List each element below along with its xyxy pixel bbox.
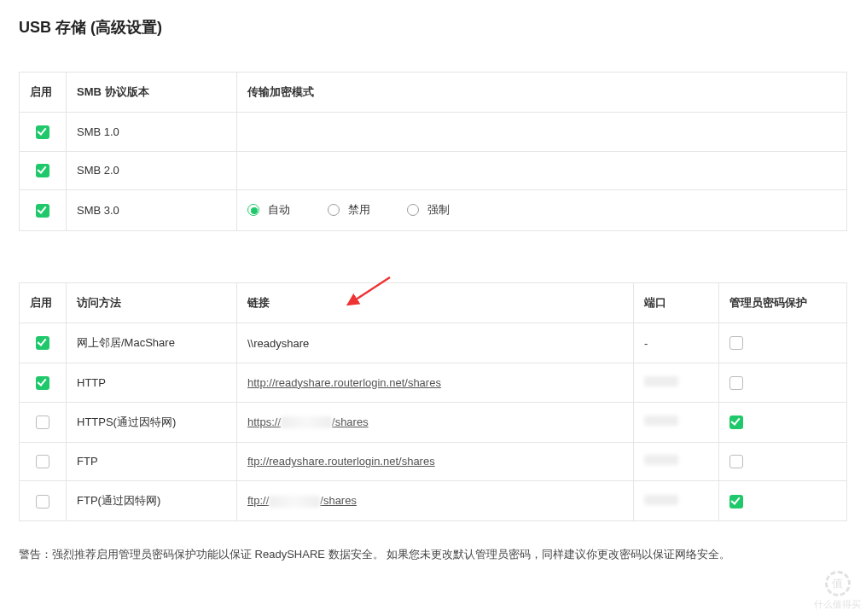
admin-protect-cell — [719, 481, 847, 521]
admin-protect-cell — [719, 442, 847, 481]
admin-protect-checkbox[interactable] — [729, 376, 743, 390]
access-method: 网上邻居/MacShare — [67, 323, 237, 363]
access-port — [634, 363, 719, 403]
watermark: 值 什么值得买 — [814, 571, 861, 579]
access-link[interactable]: https:///shares — [247, 416, 369, 428]
access-link[interactable]: http://readyshare.routerlogin.net/shares — [247, 376, 441, 389]
smb-head-crypt: 传输加密模式 — [237, 73, 847, 113]
page-title: USB 存储 (高级设置) — [19, 17, 847, 38]
redacted-text — [281, 416, 332, 428]
smb-row: SMB 3.0 自动 禁用 强制 — [20, 190, 847, 231]
warning-text: 警告：强烈推荐启用管理员密码保护功能以保证 ReadySHARE 数据安全。 如… — [19, 547, 847, 562]
redacted-text — [644, 455, 678, 465]
enable-checkbox[interactable] — [36, 455, 49, 468]
access-table: 启用 访问方法 链接 端口 管理员密码保护 网上邻居/MacShare\\rea… — [19, 282, 847, 521]
crypt-radio-auto[interactable]: 自动 — [247, 202, 290, 218]
enable-checkbox[interactable] — [36, 336, 49, 350]
access-row: HTTPS(通过因特网)https:///shares — [20, 402, 847, 442]
access-link[interactable]: ftp:///shares — [247, 494, 357, 507]
access-row: FTPftp://readyshare.routerlogin.net/shar… — [20, 442, 847, 481]
access-head-link: 链接 — [237, 283, 634, 323]
access-head-method: 访问方法 — [67, 283, 237, 323]
redacted-text — [644, 495, 678, 505]
access-link-cell: http://readyshare.routerlogin.net/shares — [237, 363, 634, 403]
admin-protect-cell — [719, 363, 847, 403]
redacted-text — [269, 496, 320, 508]
smb-row: SMB 1.0 — [20, 113, 847, 152]
access-method: FTP — [67, 442, 237, 481]
access-method: FTP(通过因特网) — [67, 481, 237, 521]
smb-version: SMB 2.0 — [67, 151, 237, 190]
smb-row: SMB 2.0 — [20, 151, 847, 190]
enable-checkbox[interactable] — [36, 495, 49, 508]
smb-crypt-cell: 自动 禁用 强制 — [237, 190, 847, 231]
access-row: 网上邻居/MacShare\\readyshare- — [20, 323, 847, 363]
access-row: FTP(通过因特网)ftp:///shares — [20, 481, 847, 521]
admin-protect-cell — [719, 402, 847, 442]
admin-protect-checkbox[interactable] — [729, 495, 743, 508]
admin-protect-checkbox[interactable] — [729, 336, 743, 350]
access-port — [634, 402, 719, 442]
admin-protect-checkbox[interactable] — [729, 455, 743, 468]
smb-crypt-cell — [237, 151, 847, 190]
access-head-port: 端口 — [634, 283, 719, 323]
crypt-radio-disable[interactable]: 禁用 — [328, 202, 370, 218]
smb-table: 启用 SMB 协议版本 传输加密模式 SMB 1.0 SMB 2.0 SMB 3… — [19, 72, 847, 231]
smb-crypt-cell — [237, 113, 847, 152]
access-link-cell: https:///shares — [237, 402, 634, 442]
smb-version: SMB 3.0 — [67, 190, 237, 231]
access-head-admin: 管理员密码保护 — [719, 283, 847, 323]
admin-protect-checkbox[interactable] — [729, 416, 743, 429]
enable-checkbox[interactable] — [36, 164, 49, 177]
radio-icon — [328, 204, 340, 216]
access-port: - — [634, 323, 719, 363]
access-port — [634, 481, 719, 521]
access-method: HTTPS(通过因特网) — [67, 402, 237, 442]
access-link[interactable]: ftp://readyshare.routerlogin.net/shares — [247, 455, 435, 468]
access-method: HTTP — [67, 363, 237, 403]
smb-head-version: SMB 协议版本 — [67, 73, 237, 113]
smb-head-enable: 启用 — [20, 73, 67, 113]
enable-checkbox[interactable] — [36, 125, 49, 139]
admin-protect-cell — [719, 323, 847, 363]
radio-icon — [407, 204, 419, 216]
radio-icon — [247, 204, 259, 216]
crypt-radio-force[interactable]: 强制 — [407, 202, 450, 218]
redacted-text — [644, 416, 678, 426]
access-link-cell: ftp://readyshare.routerlogin.net/shares — [237, 442, 634, 481]
access-link-cell: \\readyshare — [237, 323, 634, 363]
access-row: HTTPhttp://readyshare.routerlogin.net/sh… — [20, 363, 847, 403]
smb-version: SMB 1.0 — [67, 113, 237, 152]
access-head-enable: 启用 — [20, 283, 67, 323]
access-link-cell: ftp:///shares — [237, 481, 634, 521]
enable-checkbox[interactable] — [36, 204, 49, 218]
enable-checkbox[interactable] — [36, 376, 49, 390]
enable-checkbox[interactable] — [36, 416, 49, 429]
redacted-text — [644, 376, 678, 386]
access-port — [634, 442, 719, 481]
